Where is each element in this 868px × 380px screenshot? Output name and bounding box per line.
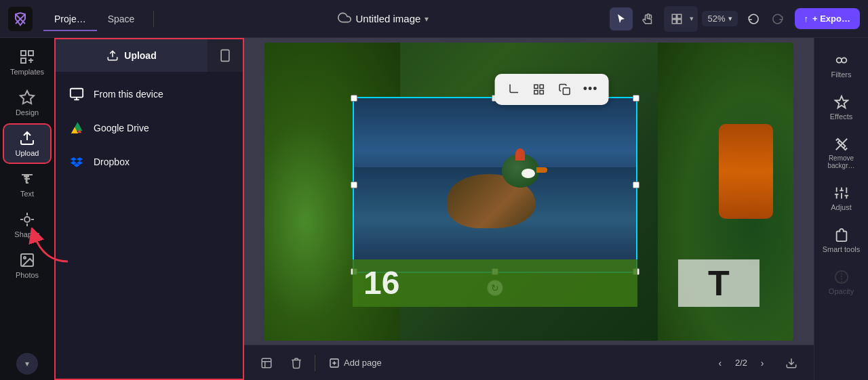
layout-chevron-icon[interactable]: ▾ [690,14,696,23]
svg-rect-18 [540,85,543,88]
svg-line-27 [835,139,847,150]
export-label: + Expo… [812,14,850,24]
right-panel: Filters Effects Remove backgr… Adjust Sm… [814,38,868,380]
undo-btn[interactable] [742,7,765,30]
next-page-btn[interactable]: › [753,354,772,373]
page-nav: ‹ 2/2 › [711,352,803,375]
handle-mid-right[interactable] [633,182,639,188]
main-area: Templates Design Upload T Text Shapes [0,38,868,380]
svg-rect-21 [563,87,570,94]
svg-marker-26 [835,96,847,108]
tab-space[interactable]: Space [97,8,146,30]
svg-point-25 [842,58,846,62]
delete-page-btn[interactable] [285,352,308,375]
more-tool-btn[interactable]: ••• [579,78,602,101]
selected-duck-image[interactable]: ↻ [353,97,637,273]
handle-mid-left[interactable] [351,182,357,188]
white-bar-t-text: T [708,263,730,303]
undo-redo-group [742,7,789,30]
adjust-label: Adjust [831,203,852,211]
right-panel-effects[interactable]: Effects [818,88,865,127]
copy-tool-btn[interactable] [553,78,576,101]
green-bar-text: 16 [363,264,399,301]
sidebar-item-templates[interactable]: Templates [4,43,50,81]
topbar: Proje… Space Untitled image ▾ ▾ 52% ▾ [0,0,868,38]
add-page-btn[interactable]: Add page [322,354,389,373]
svg-rect-14 [71,89,83,98]
svg-point-9 [24,217,30,222]
white-text-bar: T [678,259,760,307]
svg-point-11 [24,257,26,259]
sidebar-item-design[interactable]: Design [4,84,50,122]
duck-cheek [521,169,535,178]
prev-page-btn[interactable]: ‹ [711,354,730,373]
effects-label: Effects [830,112,852,121]
svg-rect-6 [21,58,26,63]
logo[interactable] [8,7,33,31]
topbar-divider [153,11,154,27]
topbar-tools: ▾ 52% ▾ [610,6,789,32]
sidebar-item-upload-label: Upload [16,149,39,157]
sidebar-item-shapes-label: Shapes [14,230,39,238]
crop-tool-btn[interactable] [502,78,525,101]
upload-from-device[interactable]: From this device [56,77,243,111]
doc-title[interactable]: Untitled image [355,13,420,24]
page-indicator: 2/2 [735,358,747,368]
expand-sidebar-btn[interactable]: ▾ [16,353,38,375]
duck-scene [354,98,636,272]
mobile-upload-btn[interactable] [208,39,243,72]
svg-rect-2 [673,19,677,23]
upload-main-btn[interactable]: Upload [56,39,208,72]
google-drive-label: Google Drive [94,123,149,133]
right-panel-adjust[interactable]: Adjust [818,179,865,218]
cursor-tool-btn[interactable] [610,7,633,30]
svg-rect-22 [262,358,271,368]
duck-head [502,154,539,188]
chevron-down-icon[interactable]: ▾ [425,14,429,24]
svg-rect-19 [534,90,538,93]
smart-tools-label: Smart tools [823,245,861,253]
upload-panel: Upload From this device Google Drive [54,38,244,380]
export-plus-icon: ↑ [804,14,809,24]
upload-dropbox[interactable]: Dropbox [56,145,243,179]
zoom-btn[interactable]: 52% ▾ [702,11,737,26]
handle-top-right[interactable] [633,95,639,102]
svg-rect-5 [28,51,33,56]
upload-google-drive[interactable]: Google Drive [56,111,243,145]
bottom-bar: Add page ‹ 2/2 › [244,345,814,380]
download-btn[interactable] [780,352,803,375]
grid-tool-btn[interactable] [528,78,551,101]
svg-rect-4 [21,51,26,56]
tab-projects[interactable]: Proje… [43,8,97,30]
dropbox-label: Dropbox [94,156,130,167]
page-thumbnail-btn[interactable] [255,352,278,375]
svg-rect-20 [540,90,543,93]
sidebar-bottom: ▾ [16,353,38,375]
handle-top-left[interactable] [351,95,357,102]
from-device-label: From this device [94,89,163,100]
sidebar-item-upload[interactable]: Upload [4,125,50,163]
green-overlay-bar: 16 [353,259,637,307]
add-page-label: Add page [344,358,382,368]
svg-rect-3 [677,19,682,23]
canvas-image: ↻ ••• [264,43,793,341]
bottom-divider [315,355,315,371]
layout-tool-btn[interactable] [665,7,688,30]
right-panel-smart-tools[interactable]: Smart tools [818,221,865,260]
right-panel-remove-bg[interactable]: Remove backgr… [818,130,865,176]
sidebar-item-shapes[interactable]: Shapes [4,206,50,244]
export-btn[interactable]: ↑ + Expo… [795,8,861,29]
hand-tool-btn[interactable] [637,7,660,30]
right-panel-filters[interactable]: Filters [818,46,865,85]
opacity-label: Opacity [829,287,854,295]
sidebar-item-text-label: Text [20,190,34,198]
sidebar-item-photos[interactable]: Photos [4,247,50,284]
redo-btn[interactable] [766,7,789,30]
right-panel-opacity: Opacity [818,263,865,302]
canvas-viewport[interactable]: ↻ ••• [244,38,814,345]
cloud-icon [338,11,351,27]
layout-tool-group: ▾ [664,6,698,32]
filters-label: Filters [831,70,852,79]
sidebar-item-text[interactable]: T Text [4,165,50,203]
upload-panel-items: From this device Google Drive Dropbox [56,72,243,184]
